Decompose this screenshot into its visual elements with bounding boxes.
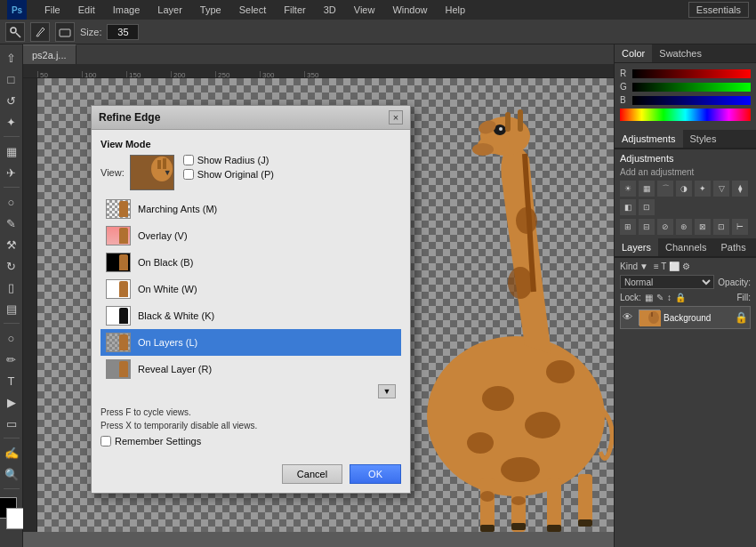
- adj-threshold-icon[interactable]: ⊠: [695, 219, 711, 235]
- essentials-button[interactable]: Essentials: [688, 2, 749, 18]
- menu-file[interactable]: File: [41, 3, 64, 17]
- gradient-tool[interactable]: ▤: [2, 299, 21, 318]
- crop-tool[interactable]: ▦: [2, 141, 21, 161]
- adj-photo-icon[interactable]: ⊡: [639, 199, 655, 215]
- g-slider[interactable]: [632, 83, 751, 92]
- view-checkboxes: Show Radius (J) Show Original (P): [183, 155, 274, 180]
- menu-select[interactable]: Select: [236, 3, 270, 17]
- lock-move-icon[interactable]: ↕: [667, 293, 672, 302]
- show-original-checkbox[interactable]: [183, 169, 194, 180]
- view-item-overlay[interactable]: Overlay (V): [101, 222, 401, 249]
- tab-paths[interactable]: Paths: [714, 238, 753, 256]
- svg-line-1: [16, 33, 20, 37]
- menu-edit[interactable]: Edit: [75, 3, 99, 17]
- adj-invert-icon[interactable]: ⊘: [657, 219, 673, 235]
- adj-bw-icon[interactable]: ◧: [620, 199, 636, 215]
- adj-hsl-icon[interactable]: ▽: [713, 181, 729, 197]
- lock-all-icon[interactable]: 🔒: [675, 293, 686, 302]
- view-item-on-layers[interactable]: On Layers (L): [101, 329, 401, 356]
- kind-dropdown-icon[interactable]: ▼: [639, 261, 648, 271]
- tab-swatches[interactable]: Swatches: [652, 44, 709, 62]
- r-slider[interactable]: [632, 69, 751, 78]
- show-radius-checkbox[interactable]: [183, 155, 194, 165]
- svg-point-35: [648, 311, 659, 324]
- path-select-tool[interactable]: ▶: [2, 392, 21, 412]
- marquee-tool[interactable]: □: [2, 69, 21, 89]
- view-item-on-black[interactable]: On Black (B): [101, 249, 401, 276]
- menu-bar: Ps File Edit Image Layer Type Select Fil…: [0, 0, 756, 20]
- adj-colorbalance-icon[interactable]: ⧫: [732, 181, 748, 197]
- adj-exposure-icon[interactable]: ◑: [676, 181, 692, 197]
- menu-type[interactable]: Type: [197, 3, 225, 17]
- view-item-marching[interactable]: Marching Ants (M): [101, 196, 401, 222]
- adj-posterize-icon[interactable]: ⊛: [676, 219, 692, 235]
- adj-selective-icon[interactable]: ⊢: [732, 219, 748, 235]
- pen-tool[interactable]: ✏: [2, 350, 21, 369]
- svg-point-24: [480, 491, 495, 502]
- adj-vibrance-icon[interactable]: ✦: [695, 181, 711, 197]
- zoom-tool[interactable]: 🔍: [2, 464, 21, 484]
- tab-channels[interactable]: Channels: [658, 238, 713, 256]
- refine-edge-dialog[interactable]: Refine Edge × View Mode V: [91, 105, 411, 494]
- ok-button[interactable]: OK: [350, 464, 401, 484]
- cancel-button[interactable]: Cancel: [282, 464, 342, 484]
- tab-styles[interactable]: Styles: [683, 130, 724, 148]
- move-tool[interactable]: ⇧: [2, 48, 21, 68]
- filter-icons[interactable]: ≡ T ⬜ ⚙: [654, 261, 690, 271]
- hand-tool[interactable]: ✍: [2, 443, 21, 463]
- document-tab[interactable]: ps2a.j...: [23, 44, 76, 64]
- view-thumb-reveal: [106, 359, 131, 379]
- tab-adjustments[interactable]: Adjustments: [615, 130, 683, 148]
- menu-filter[interactable]: Filter: [280, 3, 309, 17]
- dialog-close-button[interactable]: ×: [389, 110, 403, 125]
- menu-view[interactable]: View: [350, 3, 379, 17]
- clone-tool[interactable]: ⚒: [2, 235, 21, 254]
- view-mode-header: View Mode: [101, 139, 401, 149]
- remember-settings-checkbox[interactable]: [101, 436, 111, 446]
- size-input[interactable]: 35: [107, 24, 139, 40]
- menu-help[interactable]: Help: [442, 3, 470, 17]
- view-label-reveal: Reveal Layer (R): [138, 364, 212, 374]
- svg-rect-22: [547, 479, 561, 532]
- view-item-reveal[interactable]: Reveal Layer (R): [101, 356, 401, 382]
- tab-layers[interactable]: Layers: [615, 238, 658, 256]
- history-tool[interactable]: ↻: [2, 256, 21, 276]
- dodge-tool[interactable]: ○: [2, 328, 21, 348]
- adj-gradient-icon[interactable]: ⊡: [713, 219, 729, 235]
- view-dropdown-button[interactable]: ▼: [378, 384, 396, 398]
- menu-3d[interactable]: 3D: [320, 3, 340, 17]
- spectrum-bar[interactable]: [620, 109, 751, 121]
- shape-tool[interactable]: ▭: [2, 414, 21, 433]
- menu-layer[interactable]: Layer: [154, 3, 186, 17]
- adj-channelmix-icon[interactable]: ⊞: [620, 219, 636, 235]
- eyedropper-tool[interactable]: ✈: [2, 163, 21, 182]
- adj-brightness-icon[interactable]: ☀: [620, 181, 636, 197]
- blending-mode-select[interactable]: Normal: [620, 275, 714, 289]
- b-slider[interactable]: [632, 96, 751, 105]
- svg-rect-28: [547, 525, 561, 532]
- ruler-mark-350: 350: [304, 71, 349, 78]
- lasso-tool[interactable]: ↺: [2, 91, 21, 110]
- type-tool[interactable]: T: [2, 371, 21, 390]
- menu-window[interactable]: Window: [389, 3, 430, 17]
- spot-heal-tool[interactable]: ○: [2, 192, 21, 212]
- eraser-tool[interactable]: ▯: [2, 278, 21, 297]
- r-label: R: [620, 68, 629, 78]
- adj-curves-icon[interactable]: ⌒: [657, 181, 673, 197]
- layer-item-background[interactable]: 👁 Background 🔒: [620, 306, 751, 329]
- tab-color[interactable]: Color: [615, 44, 652, 62]
- magic-wand-tool[interactable]: ✦: [2, 112, 21, 132]
- view-item-on-white[interactable]: On White (W): [101, 276, 401, 302]
- brush-tool[interactable]: ✎: [2, 213, 21, 233]
- view-preview-thumbnail[interactable]: ▼: [130, 155, 174, 190]
- lock-paint-icon[interactable]: ✎: [656, 293, 664, 302]
- ruler-mark-50: 50: [37, 71, 82, 78]
- menu-image[interactable]: Image: [109, 3, 144, 17]
- canvas-content[interactable]: Refine Edge × View Mode V: [37, 78, 614, 532]
- view-item-bw[interactable]: Black & White (K): [101, 302, 401, 329]
- layer-visibility-icon[interactable]: 👁: [623, 311, 635, 324]
- adj-levels-icon[interactable]: ▦: [639, 181, 655, 197]
- adj-colorlookup-icon[interactable]: ⊟: [639, 219, 655, 235]
- lock-transparent-icon[interactable]: ▦: [645, 293, 653, 302]
- show-original-row: Show Original (P): [183, 169, 274, 180]
